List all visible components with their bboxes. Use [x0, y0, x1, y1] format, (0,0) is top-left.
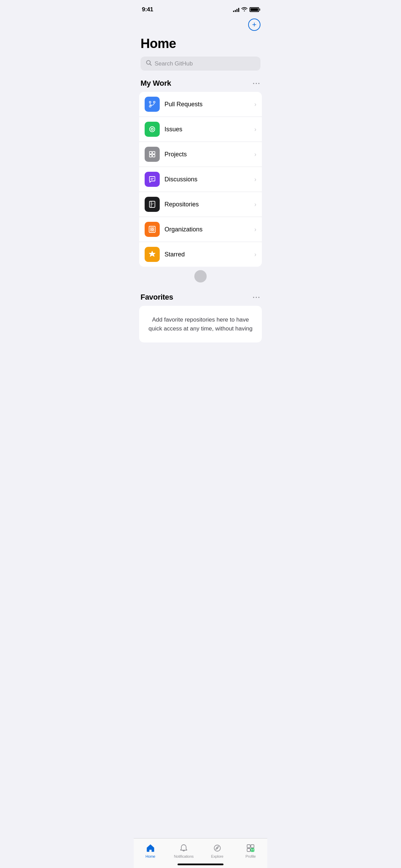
- projects-label: Projects: [165, 151, 250, 158]
- my-work-more-button[interactable]: ···: [253, 80, 260, 87]
- repositories-label: Repositories: [165, 201, 250, 208]
- issues-item[interactable]: Issues ›: [139, 117, 262, 142]
- my-work-title: My Work: [141, 79, 171, 88]
- signal-icon: [233, 7, 239, 12]
- svg-point-6: [151, 128, 153, 130]
- header-actions: +: [134, 17, 267, 34]
- issues-icon: [145, 122, 160, 137]
- pull-requests-icon: [145, 97, 160, 112]
- scroll-indicator: [134, 267, 267, 285]
- projects-chevron: ›: [254, 151, 256, 158]
- svg-rect-15: [150, 230, 152, 231]
- issues-chevron: ›: [254, 126, 256, 133]
- svg-rect-16: [153, 230, 154, 231]
- svg-point-5: [150, 127, 155, 132]
- repositories-item[interactable]: Repositories ›: [139, 192, 262, 217]
- svg-line-1: [150, 64, 151, 65]
- starred-item[interactable]: Starred ›: [139, 242, 262, 267]
- status-icons: [233, 7, 259, 13]
- battery-icon: [250, 7, 259, 12]
- discussions-icon: [145, 172, 160, 187]
- search-bar[interactable]: Search GitHub: [141, 57, 260, 71]
- page-title: Home: [134, 34, 267, 57]
- repositories-icon: [145, 197, 160, 212]
- discussions-item[interactable]: Discussions ›: [139, 167, 262, 192]
- svg-rect-10: [153, 155, 155, 157]
- svg-rect-7: [149, 152, 152, 154]
- svg-rect-13: [150, 228, 152, 229]
- organizations-item[interactable]: Organizations ›: [139, 217, 262, 242]
- discussions-label: Discussions: [165, 176, 250, 183]
- pull-requests-item[interactable]: Pull Requests ›: [139, 92, 262, 117]
- pull-requests-chevron: ›: [254, 101, 256, 108]
- organizations-icon: [145, 222, 160, 237]
- content-scroll: My Work ··· Pull Requests ›: [134, 79, 267, 377]
- status-time: 9:41: [142, 6, 153, 13]
- starred-label: Starred: [165, 251, 250, 258]
- starred-icon: [145, 247, 160, 262]
- svg-rect-14: [153, 228, 154, 229]
- projects-icon: [145, 147, 160, 162]
- starred-chevron: ›: [254, 251, 256, 258]
- projects-item[interactable]: Projects ›: [139, 142, 262, 167]
- repositories-chevron: ›: [254, 201, 256, 208]
- favorites-section-header: Favorites ···: [134, 293, 267, 306]
- favorites-title: Favorites: [141, 293, 173, 302]
- svg-rect-9: [149, 155, 152, 157]
- favorites-empty-text: Add favorite repositories here to have q…: [146, 315, 255, 333]
- organizations-label: Organizations: [165, 226, 250, 233]
- discussions-chevron: ›: [254, 176, 256, 183]
- svg-rect-8: [153, 152, 155, 154]
- wifi-icon: [241, 7, 247, 13]
- organizations-chevron: ›: [254, 226, 256, 233]
- svg-rect-12: [149, 226, 155, 232]
- favorites-more-button[interactable]: ···: [253, 293, 260, 301]
- my-work-card: Pull Requests › Issues ›: [139, 92, 262, 267]
- search-placeholder: Search GitHub: [155, 60, 193, 67]
- status-bar: 9:41: [134, 0, 267, 17]
- svg-rect-11: [149, 201, 155, 207]
- search-icon: [146, 60, 152, 67]
- my-work-section-header: My Work ···: [134, 79, 267, 92]
- issues-label: Issues: [165, 126, 250, 133]
- favorites-card: Add favorite repositories here to have q…: [139, 306, 262, 342]
- pull-requests-label: Pull Requests: [165, 101, 250, 108]
- add-button[interactable]: +: [248, 19, 260, 31]
